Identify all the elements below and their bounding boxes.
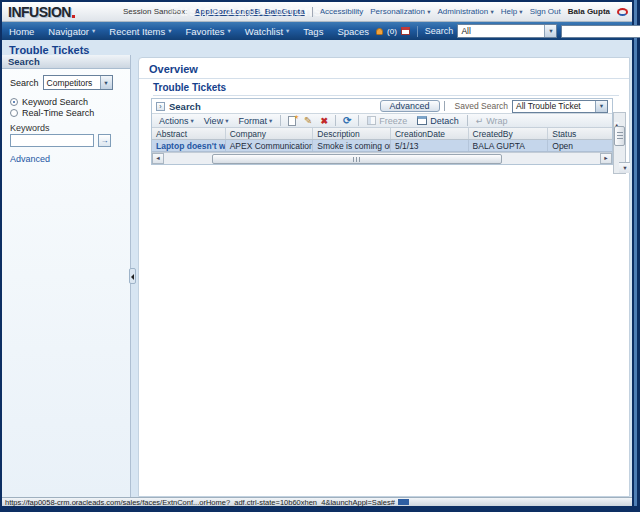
table-row[interactable]: Laptop doesn't work APEX Communications …: [152, 140, 612, 152]
cell-created-by: BALA GUPTA: [469, 140, 549, 151]
refresh-icon[interactable]: ⟳: [340, 115, 354, 127]
edit-pencil-icon[interactable]: ✎: [301, 115, 315, 127]
table-search-row: › Search Advanced Saved Search All Troub…: [152, 99, 612, 113]
table-toolbar: Actions▾ View▾ Format▾ ★ ✎ ✖ ⟳ Freeze De…: [152, 113, 612, 128]
chevron-down-icon: ▾: [427, 8, 430, 15]
window-frame-right: [632, 0, 640, 512]
freeze-button[interactable]: Freeze: [363, 116, 411, 126]
browser-status-bar: https://fap0058-crm.oracleads.com/sales/…: [2, 497, 632, 506]
delete-icon[interactable]: ✖: [317, 115, 331, 127]
separator: [335, 115, 336, 126]
separator: [358, 115, 359, 126]
global-search-scope-select[interactable]: All ▼: [457, 24, 557, 38]
scroll-down-icon[interactable]: ▼: [619, 162, 630, 173]
detach-button[interactable]: Detach: [413, 116, 463, 126]
radio-selected-icon[interactable]: [10, 98, 18, 106]
oracle-icon: [617, 8, 628, 16]
accessibility-link[interactable]: Accessibility: [320, 7, 364, 16]
infusion-logo-text: INFUSION: [8, 4, 71, 20]
chevron-down-icon: ▾: [519, 8, 522, 15]
nav-watchlist[interactable]: Watchlist▾: [238, 26, 296, 37]
separator: [444, 101, 445, 111]
column-header-description[interactable]: Description: [313, 128, 391, 139]
separator: [417, 26, 418, 37]
nav-navigator[interactable]: Navigator▾: [41, 26, 102, 37]
column-header-abstract[interactable]: Abstract: [152, 128, 226, 139]
sidebar-scope-row: Search Competitors ▼: [10, 75, 113, 90]
keywords-input[interactable]: [10, 134, 94, 147]
main-panel: Overview Trouble Tickets › Search Advanc…: [138, 57, 630, 497]
cell-status: Open: [548, 140, 612, 151]
keywords-go-button[interactable]: →: [98, 134, 111, 147]
scroll-right-icon[interactable]: ►: [600, 153, 612, 164]
keywords-input-row: →: [10, 134, 111, 147]
cell-description: Smoke is coming out the back.: [313, 140, 391, 151]
horizontal-scroll-thumb[interactable]: [212, 154, 502, 164]
chevron-down-icon: ▾: [191, 117, 194, 125]
global-search-label: Search: [425, 26, 454, 36]
cell-creation-date: 5/1/13: [391, 140, 469, 151]
create-record-icon[interactable]: ★: [285, 115, 299, 127]
overview-tab-title: Overview: [149, 63, 198, 75]
format-menu[interactable]: Format▾: [234, 116, 276, 126]
scroll-left-icon[interactable]: ◄: [152, 153, 164, 164]
nav-spaces[interactable]: Spaces: [330, 26, 376, 37]
logo-red-dot-icon: [72, 15, 75, 18]
keyword-search-radio[interactable]: Keyword Search: [10, 97, 88, 107]
saved-search-label: Saved Search: [455, 101, 508, 111]
administration-menu[interactable]: Administration ▾: [437, 7, 493, 16]
chevron-down-icon: ▾: [168, 27, 171, 35]
chevron-down-icon: ▾: [228, 27, 231, 35]
nav-tags[interactable]: Tags: [296, 26, 330, 37]
user-name: Bala Gupta: [568, 7, 610, 16]
column-header-createdby[interactable]: CreatedBy: [469, 128, 549, 139]
cell-abstract-link[interactable]: Laptop doesn't work: [152, 140, 226, 151]
help-menu[interactable]: Help ▾: [501, 7, 523, 16]
search-disclosure-label[interactable]: Search: [169, 101, 201, 112]
column-header-status[interactable]: Status: [548, 128, 612, 139]
sidebar-advanced-link[interactable]: Advanced: [10, 154, 50, 164]
nav-favorites[interactable]: Favorites▾: [179, 26, 238, 37]
chevron-down-icon[interactable]: ▼: [595, 101, 607, 112]
horizontal-scrollbar[interactable]: ◄ ►: [152, 152, 612, 164]
personalization-menu[interactable]: Personalization ▾: [370, 7, 430, 16]
chevron-down-icon[interactable]: ▼: [100, 76, 112, 89]
status-url: https://fap0058-crm.oracleads.com/sales/…: [5, 498, 395, 507]
realtime-search-radio[interactable]: Real-Time Search: [10, 108, 94, 118]
chevron-down-icon: ▾: [92, 27, 95, 35]
radio-unselected-icon[interactable]: [10, 109, 18, 117]
navbar-right-cluster: (0) Search All ▼ → »: [376, 24, 640, 38]
vertical-scroll-thumb[interactable]: [614, 126, 625, 146]
separator: [280, 115, 281, 126]
view-menu[interactable]: View▾: [200, 116, 233, 126]
calendar-icon[interactable]: [401, 27, 410, 35]
chevron-down-icon[interactable]: ▼: [544, 25, 556, 37]
nav-home[interactable]: Home: [2, 26, 41, 37]
freeze-grid-icon: [367, 116, 376, 125]
keywords-label: Keywords: [10, 123, 50, 133]
saved-search-select[interactable]: All Trouble Ticket ▼: [512, 100, 608, 113]
column-header-company[interactable]: Company: [226, 128, 314, 139]
disclosure-expand-icon[interactable]: ›: [156, 102, 165, 111]
chevron-down-icon: ▾: [286, 27, 289, 35]
sidebar-collapse-handle[interactable]: [129, 268, 136, 284]
separator: [467, 115, 468, 126]
sign-out-link[interactable]: Sign Out: [530, 7, 561, 16]
window-frame-bottom: [0, 506, 640, 512]
vertical-scrollbar[interactable]: ▲ ▼: [613, 112, 626, 174]
detach-window-icon: [417, 116, 427, 125]
divider: [139, 78, 629, 79]
column-header-creationdate[interactable]: CreationDate: [391, 128, 469, 139]
cell-company: APEX Communications: [226, 140, 314, 151]
advanced-search-button[interactable]: Advanced: [380, 100, 440, 112]
main-navbar: Home Navigator▾ Recent Items▾ Favorites▾…: [2, 22, 632, 40]
banner-watermark: Fusion Applications: [170, 3, 322, 19]
wrap-button[interactable]: ↵Wrap: [472, 116, 512, 126]
global-search-input[interactable]: [561, 25, 640, 38]
chevron-down-icon: ▾: [490, 8, 493, 15]
divider: [153, 95, 619, 96]
sidebar-scope-select[interactable]: Competitors ▼: [43, 75, 113, 90]
actions-menu[interactable]: Actions▾: [155, 116, 198, 126]
nav-recent-items[interactable]: Recent Items▾: [102, 26, 178, 37]
notifications-bell-icon[interactable]: [376, 28, 383, 35]
